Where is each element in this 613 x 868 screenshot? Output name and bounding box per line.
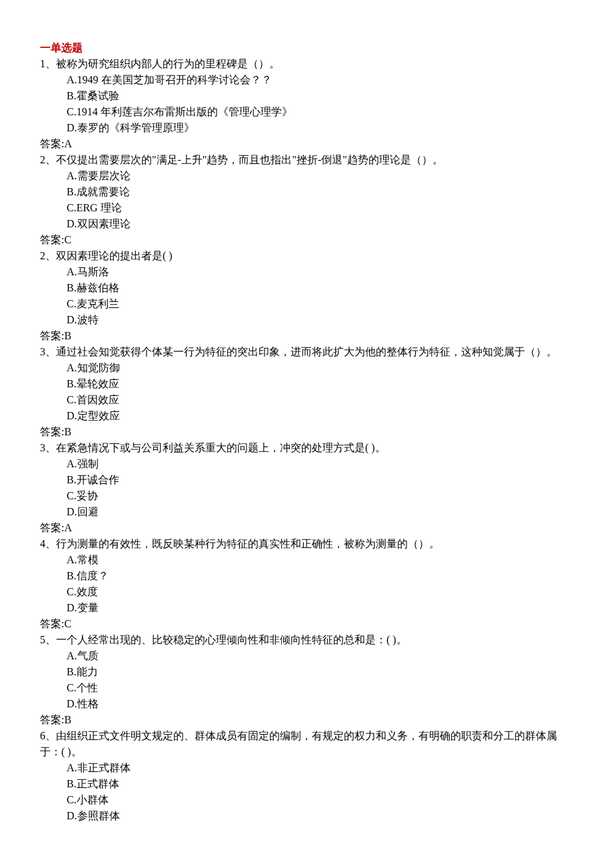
option-d: D.性格 [40, 696, 573, 712]
question-text: 6、由组织正式文件明文规定的、群体成员有固定的编制，有规定的权力和义务，有明确的… [40, 728, 573, 760]
option-b: B.开诚合作 [40, 472, 573, 488]
option-c: C.ERG 理论 [40, 200, 573, 216]
option-c: C.小群体 [40, 792, 573, 808]
option-a: A.知觉防御 [40, 360, 573, 376]
question-stem: 行为测量的有效性，既反映某种行为特征的真实性和正确性，被称为测量的（）。 [56, 538, 440, 549]
question-stem: 不仅提出需要层次的"满足-上升"趋势，而且也指出"挫折-倒退"趋势的理论是（）。 [56, 154, 443, 165]
option-a: A.常模 [40, 552, 573, 568]
question-stem: 在紧急情况下或与公司利益关系重大的问题上，冲突的处理方式是( )。 [56, 442, 386, 453]
option-b: B.信度？ [40, 568, 573, 584]
section-header: 一单选题 [40, 40, 573, 56]
option-a: A.马斯洛 [40, 264, 573, 280]
question-number: 2、 [40, 250, 56, 261]
option-b: B.正式群体 [40, 776, 573, 792]
question-block: 4、行为测量的有效性，既反映某种行为特征的真实性和正确性，被称为测量的（）。 A… [40, 536, 573, 632]
answer: 答案:A [40, 520, 573, 536]
question-text: 3、在紧急情况下或与公司利益关系重大的问题上，冲突的处理方式是( )。 [40, 440, 573, 456]
option-c: C.效度 [40, 584, 573, 600]
question-stem: 一个人经常出现的、比较稳定的心理倾向性和非倾向性特征的总和是：( )。 [56, 634, 407, 645]
question-number: 1、 [40, 58, 56, 69]
question-stem: 被称为研究组织内部人的行为的里程碑是（）。 [56, 58, 280, 69]
option-c: C.首因效应 [40, 392, 573, 408]
option-d: D.波特 [40, 312, 573, 328]
question-block: 1、被称为研究组织内部人的行为的里程碑是（）。 A.1949 在美国芝加哥召开的… [40, 56, 573, 152]
question-number: 6、 [40, 730, 56, 741]
option-b: B.能力 [40, 664, 573, 680]
question-text: 1、被称为研究组织内部人的行为的里程碑是（）。 [40, 56, 573, 72]
question-number: 2、 [40, 154, 56, 165]
option-c: C.麦克利兰 [40, 296, 573, 312]
answer: 答案:C [40, 232, 573, 248]
option-b: B.晕轮效应 [40, 376, 573, 392]
question-stem: 双因素理论的提出者是( ) [56, 250, 173, 261]
answer: 答案:A [40, 136, 573, 152]
question-number: 4、 [40, 538, 56, 549]
question-text: 2、不仅提出需要层次的"满足-上升"趋势，而且也指出"挫折-倒退"趋势的理论是（… [40, 152, 573, 168]
question-block: 2、双因素理论的提出者是( ) A.马斯洛 B.赫兹伯格 C.麦克利兰 D.波特… [40, 248, 573, 344]
option-b: B.霍桑试验 [40, 88, 573, 104]
option-c: C.妥协 [40, 488, 573, 504]
option-d: D.变量 [40, 600, 573, 616]
question-text: 5、一个人经常出现的、比较稳定的心理倾向性和非倾向性特征的总和是：( )。 [40, 632, 573, 648]
option-a: A.强制 [40, 456, 573, 472]
question-stem: 通过社会知觉获得个体某一行为特征的突出印象，进而将此扩大为他的整体行为特征，这种… [56, 346, 557, 357]
option-a: A.需要层次论 [40, 168, 573, 184]
question-text: 3、通过社会知觉获得个体某一行为特征的突出印象，进而将此扩大为他的整体行为特征，… [40, 344, 573, 360]
option-d: D.回避 [40, 504, 573, 520]
answer: 答案:C [40, 616, 573, 632]
option-d: D.泰罗的《科学管理原理》 [40, 120, 573, 136]
option-d: D.参照群体 [40, 808, 573, 824]
option-c: C.1914 年利莲吉尔布雷斯出版的《管理心理学》 [40, 104, 573, 120]
option-b: B.赫兹伯格 [40, 280, 573, 296]
answer: 答案:B [40, 328, 573, 344]
option-c: C.个性 [40, 680, 573, 696]
question-number: 5、 [40, 634, 56, 645]
question-block: 3、通过社会知觉获得个体某一行为特征的突出印象，进而将此扩大为他的整体行为特征，… [40, 344, 573, 440]
answer: 答案:B [40, 712, 573, 728]
question-text: 4、行为测量的有效性，既反映某种行为特征的真实性和正确性，被称为测量的（）。 [40, 536, 573, 552]
question-block: 2、不仅提出需要层次的"满足-上升"趋势，而且也指出"挫折-倒退"趋势的理论是（… [40, 152, 573, 248]
question-stem: 由组织正式文件明文规定的、群体成员有固定的编制，有规定的权力和义务，有明确的职责… [40, 730, 557, 757]
question-block: 6、由组织正式文件明文规定的、群体成员有固定的编制，有规定的权力和义务，有明确的… [40, 728, 573, 824]
option-a: A.气质 [40, 648, 573, 664]
option-a: A.非正式群体 [40, 760, 573, 776]
option-a: A.1949 在美国芝加哥召开的科学讨论会？？ [40, 72, 573, 88]
question-text: 2、双因素理论的提出者是( ) [40, 248, 573, 264]
question-block: 3、在紧急情况下或与公司利益关系重大的问题上，冲突的处理方式是( )。 A.强制… [40, 440, 573, 536]
option-d: D.双因素理论 [40, 216, 573, 232]
question-number: 3、 [40, 346, 56, 357]
option-b: B.成就需要论 [40, 184, 573, 200]
option-d: D.定型效应 [40, 408, 573, 424]
answer: 答案:B [40, 424, 573, 440]
question-number: 3、 [40, 442, 56, 453]
question-block: 5、一个人经常出现的、比较稳定的心理倾向性和非倾向性特征的总和是：( )。 A.… [40, 632, 573, 728]
